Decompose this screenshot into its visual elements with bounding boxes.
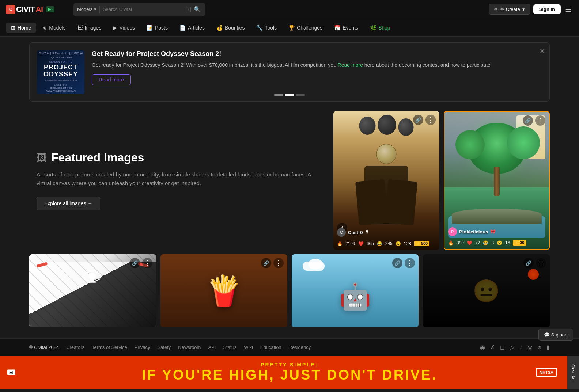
card-menu-darkface[interactable]: ⋮ [536,258,546,268]
featured-card-skull[interactable]: ⋮ 🔗 ℹ C Castr0 🎖 🔥2199 ❤️665 😂245 😮128 ⚡… [333,111,439,250]
footer-link-safety[interactable]: Safety [157,345,171,350]
banner-title: Get Ready for Project Odyssey Season 2! [92,50,542,58]
search-input[interactable] [103,7,183,12]
youtube-icon[interactable]: ▷ [510,344,514,351]
banner-close-button[interactable]: ✕ [540,47,545,55]
username-bonsai: Pinkielicious [459,229,488,235]
sidebar-item-images[interactable]: 🖼 Images [72,23,107,33]
ad-banner: ad PRETTY SIMPLE: IF YOU'RE HIGH, JUST D… [0,356,579,389]
challenges-icon: 🏆 [288,25,295,31]
card-menu-robot[interactable]: ⋮ [405,258,415,268]
card-link-bonsai[interactable]: 🔗 [523,115,533,126]
search-icon[interactable]: 🔍 [194,6,201,13]
banner-dot-3[interactable] [296,94,305,96]
wow-icon: 😮 [396,241,401,246]
card-link-makeup[interactable]: 🔗 [130,258,140,268]
search-bar: Models ▾ / 🔍 [73,3,205,16]
search-model-dropdown[interactable]: Models ▾ [77,7,96,12]
articles-icon: 📄 [179,25,186,31]
posts-icon: 📝 [147,25,153,31]
footer-link-wiki[interactable]: Wiki [244,345,253,350]
ad-logo: NHTSA [536,368,557,377]
instagram-icon[interactable]: ◻ [500,344,505,351]
tiktok-icon[interactable]: ♪ [519,344,522,351]
banner-dots [274,94,305,96]
reddit-icon[interactable]: ◎ [527,344,533,351]
banner-dot-1[interactable] [274,94,283,96]
footer-link-terms[interactable]: Terms of Service [92,345,127,350]
sidebar-item-bounties[interactable]: 💰 Bounties [211,23,250,33]
banner-dot-2[interactable] [285,94,294,96]
sidebar-item-posts[interactable]: 📝 Posts [141,23,173,33]
card-link-robot[interactable]: 🔗 [392,258,402,268]
footer-link-api[interactable]: API [208,345,216,350]
footer-link-status[interactable]: Status [223,345,236,350]
logo-badge[interactable]: ▶ › [46,6,54,12]
sidebar-item-videos[interactable]: ▶ Videos [108,23,140,33]
sidebar-item-models[interactable]: ◈ Models [38,23,71,33]
card-menu-bonsai[interactable]: ⋮ [535,115,545,126]
card-menu-makeup[interactable]: ⋮ [142,258,152,268]
explore-images-button[interactable]: Explore all images → [37,197,100,210]
section-title: Featured Images [51,151,144,164]
banner-read-more-link[interactable]: Read more [338,62,363,68]
menu-button[interactable]: ☰ [564,4,573,15]
twitch-icon[interactable]: ▮ [546,344,550,351]
home-icon: ⊞ [11,25,15,31]
featured-grid: 🖼 Featured Images All sorts of cool pict… [29,111,550,250]
footer-link-newsroom[interactable]: Newsroom [178,345,201,350]
image-card-makeup[interactable]: 👁 ⋮ 🔗 [29,254,156,327]
image-card-robot[interactable]: 🤖 ⋮ 🔗 [292,254,419,327]
sidebar-item-shop[interactable]: 🌿 Shop [365,23,396,33]
section-description: All sorts of cool pictures created by ou… [37,170,322,188]
models-icon: ◈ [43,25,47,31]
image-card-fries[interactable]: 🍟 ⋮ 🔗 [160,254,287,327]
heart-icon: ❤️ [358,241,364,246]
sidebar-item-events[interactable]: 📅 Events [329,23,363,33]
card-user-bonsai: P Pinkielicious 🎀 [448,227,496,236]
image-card-darkface[interactable]: 😐 ⋮ 🔗 [423,254,550,327]
github-icon[interactable]: ⌀ [538,344,541,351]
section-header: 🖼 Featured Images [37,151,322,164]
footer-link-privacy[interactable]: Privacy [135,345,150,350]
user-badge-bonsai: 🎀 [490,229,496,234]
fire-icon-2: 🔥 [448,240,454,246]
sidebar-item-tools[interactable]: 🔧 Tools [251,23,282,33]
logo[interactable]: C CIVITAI ▶ › [6,5,54,14]
card-link-skull[interactable]: 🔗 [413,115,423,125]
card-link-darkface[interactable]: 🔗 [523,258,534,268]
featured-card-bonsai[interactable]: ⋮ 🔗 P Pinkielicious 🎀 🔥399 ❤️72 😂8 😮16 ⚡… [444,111,550,250]
wow-icon-2: 😮 [497,240,502,246]
footer: © Civitai 2024 Creators Terms of Service… [0,338,579,356]
card-stats-bonsai: 🔥399 ❤️72 😂8 😮16 ⚡30 [448,240,545,246]
sidebar-item-home[interactable]: ⊞ Home [6,23,36,33]
header: C CIVITAI ▶ › Models ▾ / 🔍 ✏ ✏ Create ▾ … [0,0,579,19]
footer-link-residency[interactable]: Residency [289,345,311,350]
card-menu-skull[interactable]: ⋮ [425,115,436,125]
images-icon: 🖼 [77,25,83,31]
card-link-fries[interactable]: 🔗 [261,258,271,268]
footer-link-creators[interactable]: Creators [66,345,84,350]
search-slash-badge: / [186,7,191,12]
discord-icon[interactable]: ◉ [480,344,485,351]
featured-left: 🖼 Featured Images All sorts of cool pict… [29,144,329,218]
card-user-skull: C Castr0 🎖 [337,228,369,237]
footer-link-education[interactable]: Education [260,345,281,350]
footer-copyright: © Civitai 2024 [29,345,59,350]
images-section-icon: 🖼 [37,152,47,164]
signin-button[interactable]: Sign In [533,4,561,14]
twitter-icon[interactable]: ✗ [490,344,495,351]
read-more-button[interactable]: Read more [92,74,131,85]
close-ad-button[interactable]: Close Ad [567,356,579,389]
banner-content: Get Ready for Project Odyssey Season 2! … [92,50,542,85]
bottom-cards-row: 👁 ⋮ 🔗 🍟 ⋮ 🔗 🤖 ⋮ 🔗 [29,254,550,327]
avatar-bonsai: P [448,227,457,236]
sidebar-item-challenges[interactable]: 🏆 Challenges [283,23,328,33]
promo-banner: CIVIT AI | @EwenLabs | KUNO AI | @ Lumda… [29,42,550,102]
support-button[interactable]: 💬 Support [538,329,573,341]
sidebar-item-articles[interactable]: 📄 Articles [174,23,210,33]
create-button[interactable]: ✏ ✏ Create ▾ [489,4,530,15]
card-stats-skull: 🔥2199 ❤️665 😂245 😮128 ⚡500 [337,241,436,246]
events-icon: 📅 [334,25,340,31]
card-menu-fries[interactable]: ⋮ [273,258,284,268]
